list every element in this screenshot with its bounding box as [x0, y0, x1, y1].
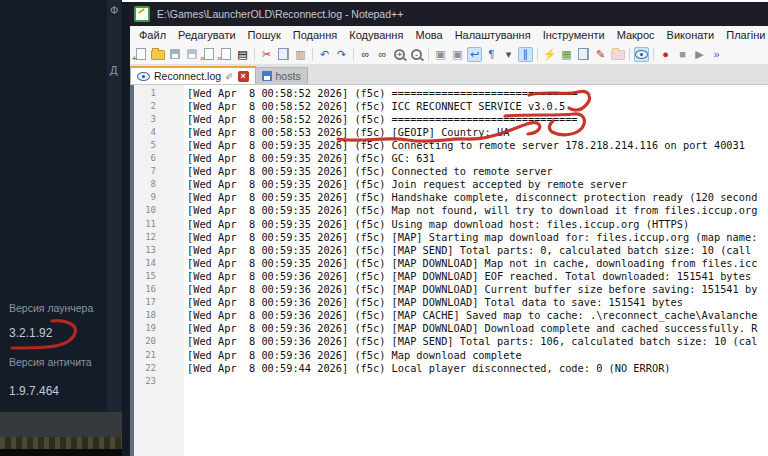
folder-as-workspace-icon[interactable] — [610, 47, 625, 62]
log-line-13[interactable]: 13[Wed Apr 8 00:59:35 2026] (f5c) [MAP S… — [130, 243, 768, 256]
line-number: 23 — [130, 376, 156, 386]
line-number: 16 — [130, 284, 156, 294]
cut-icon[interactable]: ✂ — [259, 47, 274, 62]
launcher-version-label: Версия лаунчера — [9, 302, 93, 314]
menu-item-9[interactable]: Виконати — [661, 29, 721, 41]
log-line-17[interactable]: 17[Wed Apr 8 00:59:36 2026] (f5c) [MAP D… — [130, 296, 768, 309]
log-line-22[interactable]: 22[Wed Apr 8 00:59:44 2026] (f5c) Local … — [130, 361, 768, 374]
menu-item-10[interactable]: Плагіни — [720, 29, 768, 41]
menu-item-7[interactable]: Інструменти — [537, 29, 611, 41]
show-all-chars-icon[interactable]: ¶ — [484, 47, 499, 62]
line-text: [Wed Apr 8 00:59:36 2026] (f5c) [MAP DOW… — [187, 283, 757, 295]
log-line-1[interactable]: 1[Wed Apr 8 00:58:52 2026] (f5c) =======… — [130, 86, 768, 99]
close-icon[interactable]: × — [201, 47, 216, 62]
line-number: 19 — [130, 323, 156, 333]
line-text: [Wed Apr 8 00:59:44 2026] (f5c) Local pl… — [187, 362, 671, 374]
undo-icon[interactable]: ↶ — [317, 47, 332, 62]
saved-floppy-icon — [262, 71, 272, 81]
background-partial-letter-bottom: Д — [110, 64, 117, 76]
line-number: 12 — [130, 232, 156, 242]
line-text: [Wed Apr 8 00:58:52 2026] (f5c) ICC RECO… — [187, 100, 565, 112]
log-line-16[interactable]: 16[Wed Apr 8 00:59:36 2026] (f5c) [MAP D… — [130, 283, 768, 296]
line-text: [Wed Apr 8 00:59:36 2026] (f5c) [MAP CAC… — [187, 309, 757, 321]
save-all-icon[interactable] — [184, 47, 199, 62]
toolbar-separator — [353, 48, 354, 61]
line-text: [Wed Apr 8 00:59:36 2026] (f5c) [MAP SEN… — [187, 335, 757, 347]
menu-item-8[interactable]: Макрос — [611, 29, 661, 41]
menu-item-6[interactable]: Налаштування — [449, 29, 537, 41]
menu-item-1[interactable]: Редагувати — [172, 29, 242, 41]
copy-icon[interactable] — [276, 47, 291, 62]
log-line-19[interactable]: 19[Wed Apr 8 00:59:36 2026] (f5c) [MAP D… — [130, 322, 768, 335]
paste-icon[interactable]: ▥ — [293, 47, 308, 62]
menu-item-0[interactable]: Файл — [133, 29, 172, 41]
macro-play-icon[interactable]: ▶ — [692, 47, 707, 62]
macro-save-icon[interactable]: » — [709, 47, 724, 62]
menu-item-3[interactable]: Подання — [287, 29, 343, 41]
document-switcher-icon[interactable] — [576, 47, 591, 62]
pin-icon[interactable]: ✐ — [225, 71, 233, 82]
line-text: [Wed Apr 8 00:59:35 2026] (f5c) [MAP DOW… — [187, 257, 757, 269]
line-text: [Wed Apr 8 00:59:35 2026] (f5c) Map not … — [187, 204, 757, 216]
log-line-2[interactable]: 2[Wed Apr 8 00:58:52 2026] (f5c) ICC REC… — [130, 99, 768, 112]
log-line-6[interactable]: 6[Wed Apr 8 00:59:35 2026] (f5c) GC: 631 — [130, 152, 768, 165]
menu-item-4[interactable]: Кодування — [343, 29, 409, 41]
line-text: [Wed Apr 8 00:59:35 2026] (f5c) Join req… — [187, 178, 627, 190]
log-line-4[interactable]: 4[Wed Apr 8 00:58:53 2026] (f5c) [GEOIP]… — [130, 125, 768, 138]
log-line-11[interactable]: 11[Wed Apr 8 00:59:35 2026] (f5c) Using … — [130, 217, 768, 230]
tab-label: Reconnect.log — [154, 70, 221, 82]
log-line-20[interactable]: 20[Wed Apr 8 00:59:36 2026] (f5c) [MAP S… — [130, 335, 768, 348]
find-icon[interactable]: ∞ — [358, 47, 373, 62]
close-all-icon[interactable]: × — [218, 47, 233, 62]
launcher-panel: Версия лаунчера 3.2.1.92 Версия античита… — [0, 0, 107, 412]
line-number: 6 — [130, 153, 156, 163]
log-line-21[interactable]: 21[Wed Apr 8 00:59:36 2026] (f5c) Map do… — [130, 348, 768, 361]
line-text: [Wed Apr 8 00:58:52 2026] (f5c) ========… — [187, 113, 578, 125]
toolbar-separator — [312, 48, 313, 61]
log-line-5[interactable]: 5[Wed Apr 8 00:59:35 2026] (f5c) Connect… — [130, 138, 768, 151]
macro-record-icon[interactable]: ● — [658, 47, 673, 62]
tab-hosts[interactable]: hosts — [256, 67, 308, 84]
redo-icon[interactable]: ↷ — [334, 47, 349, 62]
launcher-version-value: 3.2.1.92 — [9, 326, 52, 340]
log-line-7[interactable]: 7[Wed Apr 8 00:59:35 2026] (f5c) Connect… — [130, 165, 768, 178]
log-editor[interactable]: 1[Wed Apr 8 00:58:52 2026] (f5c) =======… — [130, 85, 768, 456]
sync-scroll-h-icon[interactable]: ▣ — [450, 47, 465, 62]
save-icon[interactable] — [167, 47, 182, 62]
log-line-10[interactable]: 10[Wed Apr 8 00:59:35 2026] (f5c) Map no… — [130, 204, 768, 217]
title-bar[interactable]: E:\Games\LauncherOLD\Reconnect.log - Not… — [130, 2, 768, 26]
tab-reconnect-log[interactable]: Reconnect.log ✐ × — [130, 66, 256, 84]
function-list-icon[interactable]: ▦ — [559, 47, 574, 62]
line-text: [Wed Apr 8 00:59:35 2026] (f5c) Using ma… — [187, 218, 689, 230]
new-file-icon[interactable]: + — [133, 47, 148, 62]
log-line-9[interactable]: 9[Wed Apr 8 00:59:35 2026] (f5c) Handsha… — [130, 191, 768, 204]
line-text: [Wed Apr 8 00:59:35 2026] (f5c) Connecte… — [187, 165, 553, 177]
log-line-23[interactable]: 23 — [130, 374, 768, 387]
screen: Версия лаунчера 3.2.1.92 Версия античита… — [0, 0, 768, 456]
document-map-icon[interactable]: ⚡ — [542, 47, 557, 62]
line-text: [Wed Apr 8 00:58:52 2026] (f5c) ========… — [187, 87, 578, 99]
dropdown-arrow-icon[interactable]: ▾ — [501, 47, 516, 62]
word-wrap-icon[interactable]: ↩ — [467, 47, 482, 62]
menu-item-5[interactable]: Мова — [409, 29, 448, 41]
menu-item-2[interactable]: Пошук — [242, 29, 287, 41]
sync-scroll-v-icon[interactable]: ▣ — [433, 47, 448, 62]
replace-icon[interactable]: ∞ — [375, 47, 390, 62]
log-line-3[interactable]: 3[Wed Apr 8 00:58:52 2026] (f5c) =======… — [130, 112, 768, 125]
log-line-15[interactable]: 15[Wed Apr 8 00:59:36 2026] (f5c) [MAP D… — [130, 269, 768, 282]
open-folder-icon[interactable] — [150, 47, 165, 62]
indent-guide-icon[interactable]: ∥ — [518, 47, 533, 62]
launcher-lower-area — [0, 412, 122, 437]
edit-pen-icon[interactable]: ✎ — [593, 47, 608, 62]
monitoring-eye-icon[interactable] — [634, 47, 649, 62]
zoom-in-icon[interactable]: + — [392, 47, 407, 62]
tab-close-icon[interactable]: × — [238, 71, 249, 82]
anticheat-version-label: Версия античита — [9, 356, 92, 368]
log-line-8[interactable]: 8[Wed Apr 8 00:59:35 2026] (f5c) Join re… — [130, 178, 768, 191]
zoom-out-icon[interactable]: - — [409, 47, 424, 62]
macro-stop-icon[interactable]: ■ — [675, 47, 690, 62]
log-line-14[interactable]: 14[Wed Apr 8 00:59:35 2026] (f5c) [MAP D… — [130, 256, 768, 269]
log-line-12[interactable]: 12[Wed Apr 8 00:59:35 2026] (f5c) [MAP] … — [130, 230, 768, 243]
log-line-18[interactable]: 18[Wed Apr 8 00:59:36 2026] (f5c) [MAP C… — [130, 309, 768, 322]
print-icon[interactable]: ▤ — [235, 47, 250, 62]
